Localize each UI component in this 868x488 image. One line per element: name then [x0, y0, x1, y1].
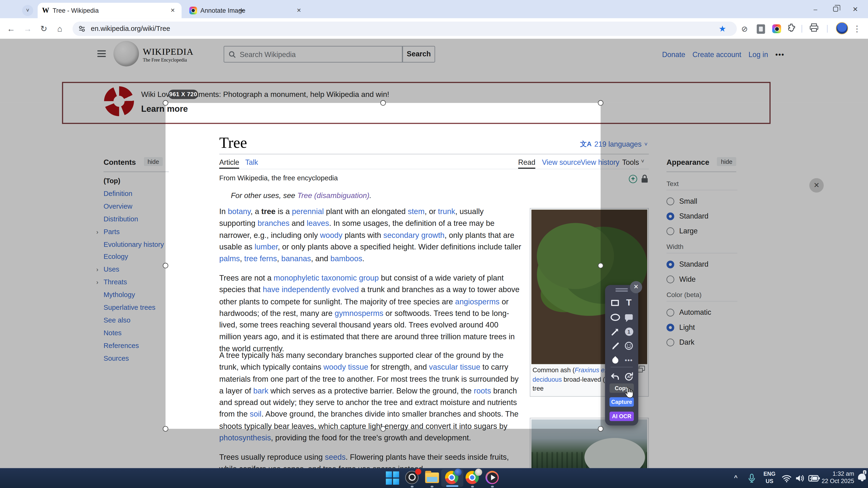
profile-badge — [475, 469, 483, 476]
profile-avatar[interactable] — [836, 22, 848, 34]
text-link[interactable]: stem — [408, 207, 425, 216]
toolbar-divider — [802, 25, 802, 33]
site-info-icon[interactable] — [78, 25, 86, 33]
text-link[interactable]: botany — [228, 207, 250, 216]
chrome-active-icon[interactable] — [445, 471, 460, 485]
text-span: . — [369, 191, 371, 200]
text-link[interactable]: roots — [474, 386, 491, 395]
extensions-puzzle-icon[interactable] — [787, 23, 798, 34]
callout-tool-icon[interactable] — [623, 312, 634, 323]
tab-read[interactable]: Read — [518, 158, 535, 166]
active-app-indicator — [446, 485, 459, 487]
text-link[interactable]: deciduous — [533, 375, 562, 383]
text-link[interactable]: tree ferns — [244, 254, 277, 263]
address-bar[interactable]: en.wikipedia.org/wiki/Tree — [72, 22, 737, 36]
pen-tool-icon[interactable] — [610, 340, 621, 351]
minimize-button[interactable]: – — [805, 5, 825, 13]
reload-icon[interactable]: ↻ — [37, 22, 50, 35]
obs-icon[interactable] — [405, 471, 420, 485]
ai-ocr-button[interactable]: AI OCR — [610, 412, 634, 421]
text-link[interactable]: branches — [257, 219, 289, 228]
microphone-icon[interactable] — [747, 474, 756, 483]
number-badge-tool-icon[interactable]: 1 — [623, 326, 634, 337]
start-button-icon[interactable] — [385, 471, 400, 485]
clock[interactable]: 1:32 am22 Oct 2025 — [822, 470, 854, 485]
selection-handle-bottom-mid[interactable] — [380, 426, 385, 431]
toolbar-drag-handle[interactable] — [616, 288, 628, 290]
arrow-tool-icon[interactable] — [610, 326, 621, 337]
text-link[interactable]: trunk — [438, 207, 455, 216]
text-link[interactable]: bamboos — [331, 254, 362, 263]
new-tab-button[interactable]: + — [235, 4, 248, 17]
text-link[interactable]: bananas — [281, 254, 311, 263]
home-icon[interactable]: ⌂ — [53, 22, 66, 35]
file-explorer-icon[interactable] — [425, 471, 439, 485]
window-close-button[interactable]: ✕ — [845, 5, 865, 13]
tab-strip: ˅ W Tree - Wikipedia ✕ Annotate Image ✕ … — [0, 0, 868, 18]
ai-redo-icon[interactable]: AI — [623, 371, 634, 382]
blur-tool-icon[interactable] — [610, 355, 621, 366]
battery-icon[interactable] — [808, 475, 820, 482]
volume-icon[interactable] — [795, 474, 805, 482]
text-link[interactable]: woody tissue — [323, 363, 368, 371]
blocker-extension-icon[interactable]: ⊘ — [739, 23, 750, 34]
browser-menu-icon[interactable]: ⋮ — [851, 23, 863, 34]
screen: ˅ W Tree - Wikipedia ✕ Annotate Image ✕ … — [0, 0, 868, 488]
selection-handle-bottom-left[interactable] — [163, 426, 168, 431]
text-link[interactable]: vascular tissue — [429, 363, 480, 371]
maximize-button[interactable] — [825, 5, 845, 13]
text-link[interactable]: palms — [219, 254, 240, 263]
more-tools-icon[interactable]: ••• — [623, 355, 634, 366]
browser-toolbar: ← → ↻ ⌂ en.wikipedia.org/wiki/Tree ★ ⊘ ⋮ — [0, 18, 868, 39]
toolbar-divider — [611, 367, 633, 367]
ellipse-tool-icon[interactable] — [610, 312, 621, 323]
tab-article[interactable]: Article — [219, 158, 239, 166]
text-link[interactable]: perennial — [292, 207, 324, 216]
selection-handle-top-left[interactable] — [163, 100, 168, 106]
selection-handle-top-mid[interactable] — [380, 100, 385, 106]
url-text[interactable]: en.wikipedia.org/wiki/Tree — [91, 25, 170, 33]
tab-talk[interactable]: Talk — [245, 158, 258, 166]
tray-chevron-icon[interactable]: ^ — [734, 474, 738, 481]
text-link[interactable]: Tree (disambiguation) — [297, 191, 369, 200]
text-link[interactable]: bark — [253, 386, 269, 395]
chrome-secondary-icon[interactable] — [466, 471, 480, 485]
back-icon[interactable]: ← — [4, 22, 18, 35]
language-indicator[interactable]: ENGUS — [762, 470, 777, 485]
selection-handle-top-right[interactable] — [598, 100, 603, 106]
text-link[interactable]: angiosperms — [455, 297, 500, 306]
text-link[interactable]: soil — [250, 410, 261, 419]
selection-handle-mid-left[interactable] — [163, 263, 168, 268]
text-link[interactable]: woody — [320, 231, 342, 239]
media-player-icon[interactable] — [486, 471, 500, 485]
tab-close-icon[interactable]: ✕ — [168, 6, 177, 15]
bookmark-star-icon[interactable]: ★ — [717, 23, 728, 34]
selection-handle-bottom-right[interactable] — [598, 426, 603, 431]
selection-handle-mid-right[interactable] — [598, 263, 603, 268]
print-icon[interactable] — [809, 23, 820, 34]
toolbar-close-icon[interactable]: ✕ — [630, 281, 642, 293]
text-link[interactable]: lumber — [254, 242, 278, 251]
paragraph-2: Trees are not a monophyletic taxonomic g… — [219, 272, 521, 355]
rectangle-tool-icon[interactable] — [610, 297, 621, 308]
text-link[interactable]: monophyletic taxonomic group — [274, 273, 379, 282]
wifi-icon[interactable] — [782, 475, 792, 483]
text-link[interactable]: gymnosperms — [335, 308, 383, 318]
text-tool-icon[interactable]: T — [623, 297, 634, 308]
text-link[interactable]: have independently evolved — [263, 285, 359, 294]
forward-icon[interactable]: → — [21, 22, 34, 35]
text-link[interactable]: secondary growth — [383, 231, 444, 239]
notification-bell-icon[interactable] — [858, 474, 866, 480]
text-link[interactable]: leaves — [307, 219, 329, 228]
annotate-extension-icon[interactable] — [771, 23, 782, 34]
undo-icon[interactable] — [610, 371, 621, 382]
emoji-tool-icon[interactable] — [623, 340, 634, 351]
tab-tree-wikipedia[interactable]: W Tree - Wikipedia ✕ — [38, 3, 182, 19]
text-span: , — [277, 254, 281, 263]
tab-close-icon[interactable]: ✕ — [294, 6, 304, 15]
wikipedia-favicon: W — [42, 6, 49, 15]
tab-view-source[interactable]: View source — [542, 158, 581, 166]
text-span: plant with an elongated — [324, 207, 408, 216]
document-extension-icon[interactable] — [755, 23, 766, 34]
tab-search-icon[interactable]: ˅ — [22, 5, 33, 16]
